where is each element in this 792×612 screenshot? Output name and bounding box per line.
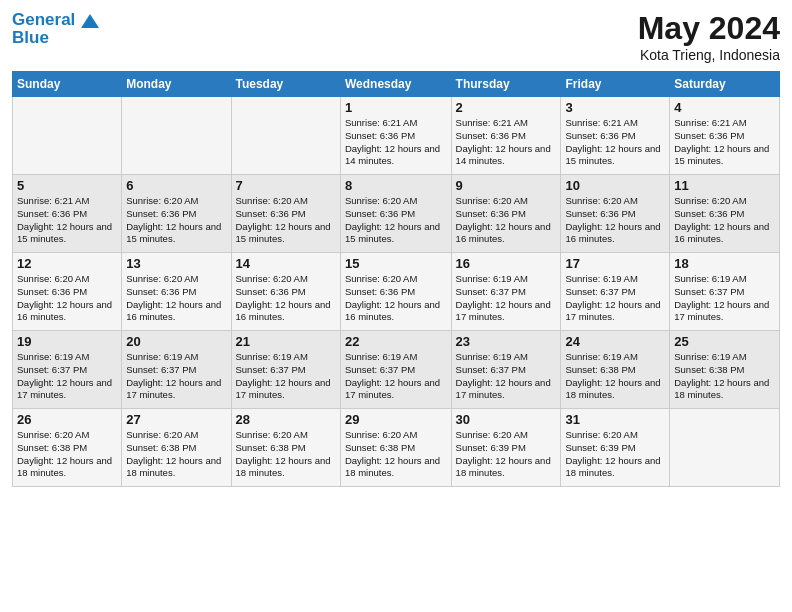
day-number: 19 [17, 334, 117, 349]
calendar-cell: 27Sunrise: 6:20 AM Sunset: 6:38 PM Dayli… [122, 409, 231, 487]
day-number: 7 [236, 178, 336, 193]
day-info: Sunrise: 6:19 AM Sunset: 6:37 PM Dayligh… [456, 273, 557, 324]
weekday-header-friday: Friday [561, 72, 670, 97]
weekday-header-tuesday: Tuesday [231, 72, 340, 97]
calendar-body: 1Sunrise: 6:21 AM Sunset: 6:36 PM Daylig… [13, 97, 780, 487]
week-row-4: 19Sunrise: 6:19 AM Sunset: 6:37 PM Dayli… [13, 331, 780, 409]
week-row-5: 26Sunrise: 6:20 AM Sunset: 6:38 PM Dayli… [13, 409, 780, 487]
day-info: Sunrise: 6:19 AM Sunset: 6:37 PM Dayligh… [565, 273, 665, 324]
day-info: Sunrise: 6:19 AM Sunset: 6:37 PM Dayligh… [345, 351, 447, 402]
weekday-header-monday: Monday [122, 72, 231, 97]
calendar-cell: 24Sunrise: 6:19 AM Sunset: 6:38 PM Dayli… [561, 331, 670, 409]
day-info: Sunrise: 6:21 AM Sunset: 6:36 PM Dayligh… [565, 117, 665, 168]
day-info: Sunrise: 6:19 AM Sunset: 6:37 PM Dayligh… [126, 351, 226, 402]
day-info: Sunrise: 6:19 AM Sunset: 6:38 PM Dayligh… [565, 351, 665, 402]
calendar-cell: 23Sunrise: 6:19 AM Sunset: 6:37 PM Dayli… [451, 331, 561, 409]
week-row-3: 12Sunrise: 6:20 AM Sunset: 6:36 PM Dayli… [13, 253, 780, 331]
day-number: 9 [456, 178, 557, 193]
logo-icon [81, 14, 99, 28]
day-info: Sunrise: 6:19 AM Sunset: 6:37 PM Dayligh… [236, 351, 336, 402]
day-number: 5 [17, 178, 117, 193]
calendar-cell: 6Sunrise: 6:20 AM Sunset: 6:36 PM Daylig… [122, 175, 231, 253]
day-info: Sunrise: 6:20 AM Sunset: 6:36 PM Dayligh… [345, 273, 447, 324]
day-info: Sunrise: 6:19 AM Sunset: 6:37 PM Dayligh… [674, 273, 775, 324]
day-number: 23 [456, 334, 557, 349]
day-number: 3 [565, 100, 665, 115]
day-info: Sunrise: 6:20 AM Sunset: 6:36 PM Dayligh… [236, 273, 336, 324]
calendar-cell: 30Sunrise: 6:20 AM Sunset: 6:39 PM Dayli… [451, 409, 561, 487]
day-info: Sunrise: 6:20 AM Sunset: 6:39 PM Dayligh… [456, 429, 557, 480]
calendar-cell: 20Sunrise: 6:19 AM Sunset: 6:37 PM Dayli… [122, 331, 231, 409]
day-number: 29 [345, 412, 447, 427]
day-info: Sunrise: 6:20 AM Sunset: 6:38 PM Dayligh… [345, 429, 447, 480]
day-info: Sunrise: 6:20 AM Sunset: 6:36 PM Dayligh… [345, 195, 447, 246]
day-number: 17 [565, 256, 665, 271]
calendar-cell: 22Sunrise: 6:19 AM Sunset: 6:37 PM Dayli… [340, 331, 451, 409]
calendar-title: May 2024 [638, 10, 780, 47]
calendar-cell: 4Sunrise: 6:21 AM Sunset: 6:36 PM Daylig… [670, 97, 780, 175]
calendar-cell [231, 97, 340, 175]
day-info: Sunrise: 6:20 AM Sunset: 6:36 PM Dayligh… [674, 195, 775, 246]
day-number: 27 [126, 412, 226, 427]
calendar-cell: 17Sunrise: 6:19 AM Sunset: 6:37 PM Dayli… [561, 253, 670, 331]
day-info: Sunrise: 6:19 AM Sunset: 6:37 PM Dayligh… [456, 351, 557, 402]
calendar-cell: 12Sunrise: 6:20 AM Sunset: 6:36 PM Dayli… [13, 253, 122, 331]
day-number: 11 [674, 178, 775, 193]
calendar-cell: 19Sunrise: 6:19 AM Sunset: 6:37 PM Dayli… [13, 331, 122, 409]
calendar-cell: 1Sunrise: 6:21 AM Sunset: 6:36 PM Daylig… [340, 97, 451, 175]
logo-blue: Blue [12, 28, 99, 48]
calendar-cell: 7Sunrise: 6:20 AM Sunset: 6:36 PM Daylig… [231, 175, 340, 253]
day-number: 31 [565, 412, 665, 427]
week-row-1: 1Sunrise: 6:21 AM Sunset: 6:36 PM Daylig… [13, 97, 780, 175]
day-number: 8 [345, 178, 447, 193]
weekday-header-sunday: Sunday [13, 72, 122, 97]
day-info: Sunrise: 6:20 AM Sunset: 6:36 PM Dayligh… [236, 195, 336, 246]
calendar-cell: 21Sunrise: 6:19 AM Sunset: 6:37 PM Dayli… [231, 331, 340, 409]
day-number: 1 [345, 100, 447, 115]
day-number: 21 [236, 334, 336, 349]
day-info: Sunrise: 6:20 AM Sunset: 6:36 PM Dayligh… [456, 195, 557, 246]
day-info: Sunrise: 6:19 AM Sunset: 6:38 PM Dayligh… [674, 351, 775, 402]
calendar-cell: 18Sunrise: 6:19 AM Sunset: 6:37 PM Dayli… [670, 253, 780, 331]
day-number: 2 [456, 100, 557, 115]
calendar-cell: 3Sunrise: 6:21 AM Sunset: 6:36 PM Daylig… [561, 97, 670, 175]
calendar-cell: 31Sunrise: 6:20 AM Sunset: 6:39 PM Dayli… [561, 409, 670, 487]
day-number: 12 [17, 256, 117, 271]
calendar-cell: 14Sunrise: 6:20 AM Sunset: 6:36 PM Dayli… [231, 253, 340, 331]
day-info: Sunrise: 6:20 AM Sunset: 6:38 PM Dayligh… [236, 429, 336, 480]
weekday-header-thursday: Thursday [451, 72, 561, 97]
calendar-cell: 16Sunrise: 6:19 AM Sunset: 6:37 PM Dayli… [451, 253, 561, 331]
weekday-header-saturday: Saturday [670, 72, 780, 97]
day-number: 18 [674, 256, 775, 271]
logo-text: General [12, 10, 99, 30]
calendar-header: SundayMondayTuesdayWednesdayThursdayFrid… [13, 72, 780, 97]
day-number: 28 [236, 412, 336, 427]
calendar-cell: 26Sunrise: 6:20 AM Sunset: 6:38 PM Dayli… [13, 409, 122, 487]
day-info: Sunrise: 6:21 AM Sunset: 6:36 PM Dayligh… [456, 117, 557, 168]
calendar-cell: 28Sunrise: 6:20 AM Sunset: 6:38 PM Dayli… [231, 409, 340, 487]
logo: General Blue [12, 10, 99, 48]
calendar-cell: 15Sunrise: 6:20 AM Sunset: 6:36 PM Dayli… [340, 253, 451, 331]
calendar-cell: 11Sunrise: 6:20 AM Sunset: 6:36 PM Dayli… [670, 175, 780, 253]
calendar-cell: 29Sunrise: 6:20 AM Sunset: 6:38 PM Dayli… [340, 409, 451, 487]
day-number: 25 [674, 334, 775, 349]
day-info: Sunrise: 6:20 AM Sunset: 6:36 PM Dayligh… [17, 273, 117, 324]
calendar-cell: 10Sunrise: 6:20 AM Sunset: 6:36 PM Dayli… [561, 175, 670, 253]
day-number: 30 [456, 412, 557, 427]
week-row-2: 5Sunrise: 6:21 AM Sunset: 6:36 PM Daylig… [13, 175, 780, 253]
calendar-page: General Blue May 2024 Kota Trieng, Indon… [0, 0, 792, 612]
svg-marker-0 [81, 14, 99, 28]
day-info: Sunrise: 6:20 AM Sunset: 6:36 PM Dayligh… [126, 195, 226, 246]
title-block: May 2024 Kota Trieng, Indonesia [638, 10, 780, 63]
day-info: Sunrise: 6:21 AM Sunset: 6:36 PM Dayligh… [674, 117, 775, 168]
day-info: Sunrise: 6:19 AM Sunset: 6:37 PM Dayligh… [17, 351, 117, 402]
calendar-cell: 25Sunrise: 6:19 AM Sunset: 6:38 PM Dayli… [670, 331, 780, 409]
day-number: 15 [345, 256, 447, 271]
day-info: Sunrise: 6:20 AM Sunset: 6:38 PM Dayligh… [17, 429, 117, 480]
day-info: Sunrise: 6:21 AM Sunset: 6:36 PM Dayligh… [17, 195, 117, 246]
weekday-header-wednesday: Wednesday [340, 72, 451, 97]
day-number: 24 [565, 334, 665, 349]
day-number: 6 [126, 178, 226, 193]
calendar-cell: 5Sunrise: 6:21 AM Sunset: 6:36 PM Daylig… [13, 175, 122, 253]
day-number: 26 [17, 412, 117, 427]
